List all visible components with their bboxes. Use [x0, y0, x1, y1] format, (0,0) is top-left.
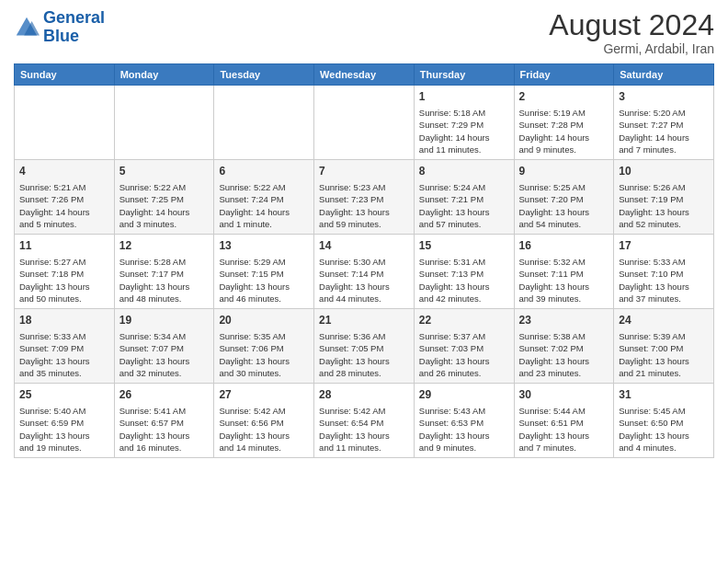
- empty-cell: [314, 86, 415, 160]
- day-info-line: and 57 minutes.: [419, 218, 509, 230]
- day-info-line: Sunset: 6:53 PM: [419, 417, 509, 429]
- title-block: August 2024 Germi, Ardabil, Iran: [549, 9, 714, 56]
- day-info-line: Daylight: 14 hours: [619, 132, 709, 144]
- day-number: 7: [319, 164, 409, 179]
- day-info-line: Daylight: 14 hours: [219, 206, 309, 218]
- weekday-header-row: SundayMondayTuesdayWednesdayThursdayFrid…: [15, 64, 714, 86]
- day-info-line: Daylight: 13 hours: [19, 430, 109, 442]
- day-info-line: Sunset: 6:59 PM: [19, 417, 109, 429]
- day-info-line: Sunset: 7:19 PM: [619, 193, 709, 205]
- day-number: 26: [119, 387, 210, 403]
- day-info-line: and 28 minutes.: [319, 367, 409, 379]
- day-number: 29: [419, 387, 509, 403]
- calendar-table: SundayMondayTuesdayWednesdayThursdayFrid…: [14, 63, 714, 458]
- day-info-line: and 30 minutes.: [219, 367, 309, 379]
- day-info-line: Sunrise: 5:42 AM: [219, 405, 309, 417]
- empty-cell: [214, 86, 314, 160]
- day-info-line: Sunrise: 5:36 AM: [319, 330, 409, 342]
- day-info-line: Daylight: 14 hours: [119, 206, 210, 218]
- day-number: 25: [19, 387, 109, 403]
- day-info-line: Sunrise: 5:24 AM: [419, 181, 509, 193]
- day-info-line: Daylight: 14 hours: [519, 132, 609, 144]
- day-info-line: Sunrise: 5:35 AM: [219, 330, 309, 342]
- day-cell-7: 7Sunrise: 5:23 AMSunset: 7:23 PMDaylight…: [314, 160, 415, 235]
- day-info-line: Sunset: 7:24 PM: [219, 193, 309, 205]
- day-cell-12: 12Sunrise: 5:28 AMSunset: 7:17 PMDayligh…: [114, 235, 214, 309]
- logo: General Blue: [14, 9, 105, 46]
- day-info-line: Daylight: 13 hours: [619, 206, 709, 218]
- day-cell-20: 20Sunrise: 5:35 AMSunset: 7:06 PMDayligh…: [214, 309, 314, 384]
- day-cell-11: 11Sunrise: 5:27 AMSunset: 7:18 PMDayligh…: [15, 235, 115, 309]
- weekday-header-wednesday: Wednesday: [314, 64, 415, 86]
- day-number: 12: [119, 238, 210, 254]
- day-info-line: Sunset: 7:09 PM: [19, 342, 109, 354]
- day-info-line: Daylight: 13 hours: [419, 206, 509, 218]
- day-cell-24: 24Sunrise: 5:39 AMSunset: 7:00 PMDayligh…: [614, 309, 714, 384]
- day-info-line: Daylight: 13 hours: [519, 430, 609, 442]
- day-info-line: Sunset: 6:51 PM: [519, 417, 609, 429]
- day-number: 31: [619, 387, 709, 403]
- day-cell-18: 18Sunrise: 5:33 AMSunset: 7:09 PMDayligh…: [15, 309, 115, 384]
- day-info-line: Sunset: 7:10 PM: [619, 268, 709, 280]
- day-cell-4: 4Sunrise: 5:21 AMSunset: 7:26 PMDaylight…: [15, 160, 115, 235]
- day-info-line: Sunrise: 5:22 AM: [219, 181, 309, 193]
- weekday-header-sunday: Sunday: [15, 64, 115, 86]
- weekday-header-monday: Monday: [114, 64, 214, 86]
- day-number: 13: [219, 238, 309, 254]
- day-info-line: Daylight: 13 hours: [419, 281, 509, 293]
- day-info-line: and 9 minutes.: [419, 442, 509, 454]
- day-info-line: Daylight: 13 hours: [219, 355, 309, 367]
- day-cell-15: 15Sunrise: 5:31 AMSunset: 7:13 PMDayligh…: [414, 235, 514, 309]
- day-info-line: Sunrise: 5:44 AM: [519, 405, 609, 417]
- day-info-line: Sunrise: 5:29 AM: [219, 256, 309, 268]
- day-cell-26: 26Sunrise: 5:41 AMSunset: 6:57 PMDayligh…: [114, 384, 214, 458]
- day-info-line: and 26 minutes.: [419, 367, 509, 379]
- day-number: 1: [419, 89, 509, 105]
- day-info-line: Sunrise: 5:27 AM: [19, 256, 109, 268]
- day-info-line: Daylight: 13 hours: [419, 430, 509, 442]
- day-cell-22: 22Sunrise: 5:37 AMSunset: 7:03 PMDayligh…: [414, 309, 514, 384]
- day-info-line: and 59 minutes.: [319, 218, 409, 230]
- day-info-line: Sunset: 6:57 PM: [119, 417, 210, 429]
- day-info-line: and 16 minutes.: [119, 442, 210, 454]
- day-info-line: Sunset: 7:27 PM: [619, 119, 709, 131]
- day-cell-14: 14Sunrise: 5:30 AMSunset: 7:14 PMDayligh…: [314, 235, 415, 309]
- day-cell-29: 29Sunrise: 5:43 AMSunset: 6:53 PMDayligh…: [414, 384, 514, 458]
- day-info-line: and 35 minutes.: [19, 367, 109, 379]
- day-number: 14: [319, 238, 409, 254]
- day-info-line: Daylight: 13 hours: [319, 355, 409, 367]
- day-info-line: Sunset: 7:02 PM: [519, 342, 609, 354]
- day-number: 24: [619, 313, 709, 328]
- day-info-line: and 46 minutes.: [219, 293, 309, 304]
- logo-text: General Blue: [43, 9, 105, 46]
- day-number: 8: [419, 164, 509, 179]
- day-cell-13: 13Sunrise: 5:29 AMSunset: 7:15 PMDayligh…: [214, 235, 314, 309]
- day-number: 21: [319, 313, 409, 328]
- day-cell-19: 19Sunrise: 5:34 AMSunset: 7:07 PMDayligh…: [114, 309, 214, 384]
- day-info-line: Sunrise: 5:30 AM: [319, 256, 409, 268]
- day-info-line: Sunrise: 5:40 AM: [19, 405, 109, 417]
- day-info-line: Sunrise: 5:31 AM: [419, 256, 509, 268]
- day-cell-5: 5Sunrise: 5:22 AMSunset: 7:25 PMDaylight…: [114, 160, 214, 235]
- day-info-line: Daylight: 13 hours: [519, 206, 609, 218]
- day-number: 23: [519, 313, 609, 328]
- week-row-5: 25Sunrise: 5:40 AMSunset: 6:59 PMDayligh…: [15, 384, 714, 458]
- day-info-line: Sunrise: 5:33 AM: [619, 256, 709, 268]
- day-info-line: Sunset: 7:23 PM: [319, 193, 409, 205]
- day-info-line: and 11 minutes.: [419, 144, 509, 155]
- day-info-line: Sunset: 7:17 PM: [119, 268, 210, 280]
- day-info-line: and 37 minutes.: [619, 293, 709, 304]
- day-info-line: Daylight: 13 hours: [619, 355, 709, 367]
- day-cell-2: 2Sunrise: 5:19 AMSunset: 7:28 PMDaylight…: [514, 86, 614, 160]
- day-cell-10: 10Sunrise: 5:26 AMSunset: 7:19 PMDayligh…: [614, 160, 714, 235]
- day-info-line: and 54 minutes.: [519, 218, 609, 230]
- day-cell-25: 25Sunrise: 5:40 AMSunset: 6:59 PMDayligh…: [15, 384, 115, 458]
- day-info-line: and 52 minutes.: [619, 218, 709, 230]
- day-info-line: and 50 minutes.: [19, 293, 109, 304]
- day-info-line: and 21 minutes.: [619, 367, 709, 379]
- day-info-line: Sunset: 6:50 PM: [619, 417, 709, 429]
- location: Germi, Ardabil, Iran: [549, 41, 714, 56]
- day-number: 22: [419, 313, 509, 328]
- day-info-line: Sunrise: 5:38 AM: [519, 330, 609, 342]
- day-info-line: and 9 minutes.: [519, 144, 609, 155]
